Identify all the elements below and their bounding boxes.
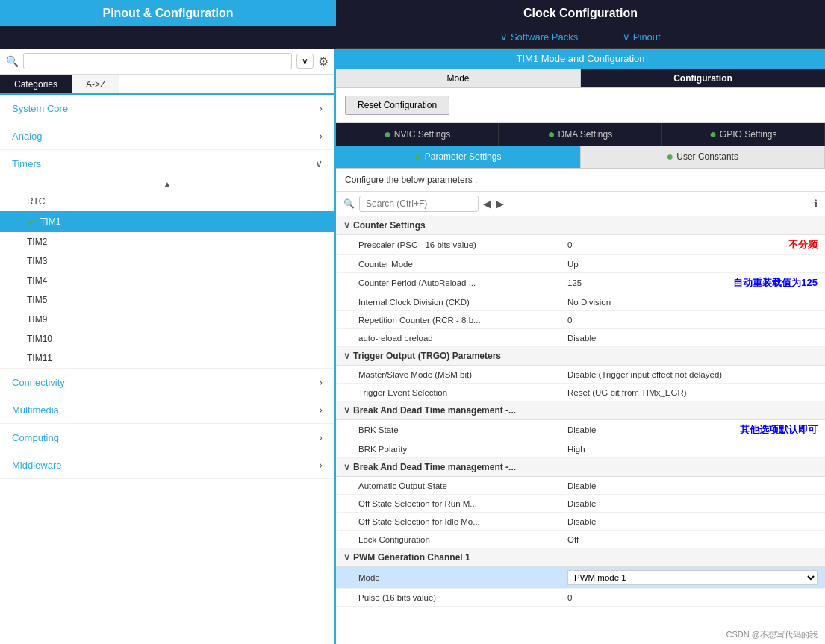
expand-icon: ∨ xyxy=(343,405,350,416)
counter-settings-label: Counter Settings xyxy=(353,220,426,231)
chevron-right-icon: › xyxy=(319,102,323,114)
sidebar-item-tim1[interactable]: ✔ TIM1 xyxy=(0,211,334,232)
sidebar-item-connectivity[interactable]: Connectivity › xyxy=(0,369,334,396)
pinout-config-title: Pinout & Configuration xyxy=(0,0,336,26)
pinout-link[interactable]: ∨ Pinout xyxy=(623,31,660,43)
prescaler-value: 0 xyxy=(567,240,782,249)
search-input[interactable] xyxy=(23,53,292,69)
sidebar-item-middleware[interactable]: Middleware › xyxy=(0,451,334,479)
watermark: CSDN @不想写代码的我 xyxy=(726,629,818,640)
tim2-label: TIM2 xyxy=(27,237,47,247)
expand-icon: ∨ xyxy=(343,552,350,563)
param-green-dot: ● xyxy=(414,150,422,163)
sidebar-item-computing[interactable]: Computing › xyxy=(0,424,334,451)
tim9-label: TIM9 xyxy=(27,314,47,325)
sidebar-item-tim2[interactable]: TIM2 xyxy=(0,232,334,251)
expand-icon: ∨ xyxy=(343,220,350,231)
counter-period-name: Counter Period (AutoReload ... xyxy=(358,278,567,287)
user-const-green-dot: ● xyxy=(667,150,674,163)
parameter-settings-label: Parameter Settings xyxy=(425,151,502,162)
tab-categories[interactable]: Categories xyxy=(0,75,72,93)
gear-icon[interactable]: ⚙ xyxy=(318,54,329,69)
chevron-right-icon: › xyxy=(319,376,323,388)
prescaler-name: Prescaler (PSC - 16 bits value) xyxy=(358,240,567,249)
system-core-label: System Core xyxy=(12,103,68,114)
dma-settings-tab[interactable]: ● DMA Settings xyxy=(499,123,661,146)
software-packs-link[interactable]: ∨ Software Packs xyxy=(500,31,578,43)
search-dropdown[interactable]: ∨ xyxy=(296,54,314,69)
sidebar-section-timers: Timers ∨ ▲ RTC ✔ TIM1 TIM2 TIM3 xyxy=(0,150,334,369)
repetition-value: 0 xyxy=(567,316,818,325)
chevron-right-icon: › xyxy=(319,431,323,443)
param-row-lock: Lock Configuration Off xyxy=(336,531,825,548)
off-state-run-name: Off State Selection for Run M... xyxy=(358,499,567,508)
mode-tab[interactable]: Mode xyxy=(336,69,581,87)
brk-polarity-name: BRK Polarity xyxy=(358,445,567,454)
reset-configuration-button[interactable]: Reset Configuration xyxy=(345,96,449,115)
off-state-idle-value: Disable xyxy=(567,517,818,526)
sidebar-item-system-core[interactable]: System Core › xyxy=(0,95,334,122)
connectivity-label: Connectivity xyxy=(12,377,65,388)
chevron-right-icon: › xyxy=(319,130,323,142)
dma-green-dot: ● xyxy=(548,128,555,141)
sidebar-item-tim4[interactable]: TIM4 xyxy=(0,271,334,290)
configuration-tab[interactable]: Configuration xyxy=(581,69,825,87)
counter-settings-header[interactable]: ∨ Counter Settings xyxy=(336,216,825,235)
gpio-label: GPIO Settings xyxy=(720,129,777,140)
middleware-label: Middleware xyxy=(12,460,61,471)
off-state-idle-name: Off State Selection for Idle Mo... xyxy=(358,517,567,526)
reset-section: Reset Configuration xyxy=(336,88,825,123)
sidebar-item-tim5[interactable]: TIM5 xyxy=(0,290,334,310)
pwm-gen-ch1-header[interactable]: ∨ PWM Generation Channel 1 xyxy=(336,548,825,567)
autoreload-name: auto-reload preload xyxy=(358,334,567,343)
left-tab-bar: Categories A->Z xyxy=(0,75,334,95)
sidebar-item-multimedia[interactable]: Multimedia › xyxy=(0,396,334,424)
param-row-msm: Master/Slave Mode (MSM bit) Disable (Tri… xyxy=(336,366,825,384)
parameter-settings-tab[interactable]: ● Parameter Settings xyxy=(336,146,581,168)
sidebar-item-tim11[interactable]: TIM11 xyxy=(0,348,334,368)
next-arrow-icon[interactable]: ▶ xyxy=(496,198,504,210)
configure-text: Configure the below parameters : xyxy=(336,169,825,192)
param-row-auto-output: Automatic Output State Disable xyxy=(336,477,825,495)
break-dead-time-1-header[interactable]: ∨ Break And Dead Time management -... xyxy=(336,401,825,420)
trigger-event-name: Trigger Event Selection xyxy=(358,388,567,397)
sidebar-item-analog[interactable]: Analog › xyxy=(0,122,334,150)
pwm-mode-name: Mode xyxy=(358,573,567,582)
trigger-output-header[interactable]: ∨ Trigger Output (TRGO) Parameters xyxy=(336,347,825,366)
counter-mode-name: Counter Mode xyxy=(358,260,567,269)
param-search-icon: 🔍 xyxy=(343,198,355,209)
search-icon: 🔍 xyxy=(6,55,19,67)
param-row-counter-mode: Counter Mode Up xyxy=(336,255,825,273)
sidebar-item-rtc[interactable]: RTC xyxy=(0,192,334,211)
rtc-label: RTC xyxy=(27,196,45,207)
sidebar-item-tim9[interactable]: TIM9 xyxy=(0,310,334,329)
chevron-right-icon: › xyxy=(319,459,323,471)
params-area: ∨ Counter Settings Prescaler (PSC - 16 b… xyxy=(336,216,825,644)
msm-value: Disable (Trigger input effect not delaye… xyxy=(567,370,818,379)
gpio-settings-tab[interactable]: ● GPIO Settings xyxy=(662,123,825,146)
param-row-prescaler: Prescaler (PSC - 16 bits value) 0 不分频 xyxy=(336,235,825,255)
sidebar-item-tim3[interactable]: TIM3 xyxy=(0,251,334,271)
sidebar-item-timers[interactable]: Timers ∨ xyxy=(0,150,334,177)
param-row-pwm-mode: Mode PWM mode 1 PWM mode 2 xyxy=(336,567,825,589)
param-row-brk-state: BRK State Disable 其他选项默认即可 xyxy=(336,420,825,440)
nvic-settings-tab[interactable]: ● NVIC Settings xyxy=(336,123,499,146)
break-dead-time-2-header[interactable]: ∨ Break And Dead Time management -... xyxy=(336,458,825,477)
mode-config-tabs: Mode Configuration xyxy=(336,69,825,88)
brk-polarity-value: High xyxy=(567,445,818,454)
param-row-clock-division: Internal Clock Division (CKD) No Divisio… xyxy=(336,293,825,311)
computing-label: Computing xyxy=(12,432,59,443)
param-row-trigger-event: Trigger Event Selection Reset (UG bit fr… xyxy=(336,384,825,401)
tim3-label: TIM3 xyxy=(27,256,47,266)
param-search-input[interactable] xyxy=(359,196,479,212)
tim5-label: TIM5 xyxy=(27,295,47,305)
prev-arrow-icon[interactable]: ◀ xyxy=(483,198,491,210)
pwm-mode-select[interactable]: PWM mode 1 PWM mode 2 xyxy=(567,570,818,585)
pwm-gen-ch1-label: PWM Generation Channel 1 xyxy=(353,552,470,563)
sidebar-item-tim10[interactable]: TIM10 xyxy=(0,329,334,348)
tab-atoz[interactable]: A->Z xyxy=(72,75,119,93)
config-title: TIM1 Mode and Configuration xyxy=(336,49,825,69)
nvic-label: NVIC Settings xyxy=(394,129,450,140)
user-constants-tab[interactable]: ● User Constants xyxy=(581,146,826,168)
autoreload-value: Disable xyxy=(567,334,818,343)
